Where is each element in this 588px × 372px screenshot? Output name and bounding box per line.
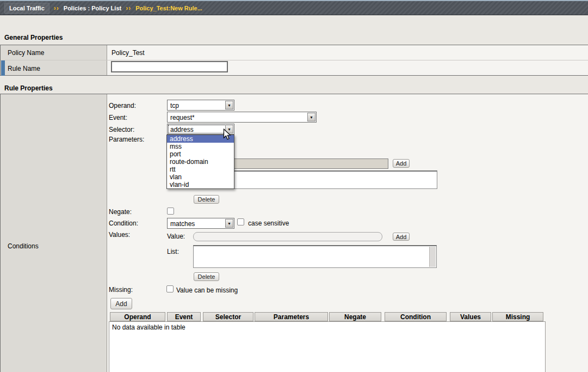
column-header-operand[interactable]: Operand [110, 312, 165, 321]
column-header-parameters[interactable]: Parameters [255, 312, 328, 321]
condition-select-value: matches [170, 220, 224, 228]
dropdown-option-mss[interactable]: mss [167, 143, 234, 150]
dropdown-option-rtt[interactable]: rtt [167, 166, 234, 173]
selector-dropdown-list: address mss port route-domain rtt vlan v… [166, 135, 234, 189]
column-header-missing[interactable]: Missing [492, 312, 543, 321]
column-header-condition[interactable]: Condition [385, 312, 447, 321]
rule-name-input[interactable] [111, 61, 228, 72]
list-scrollbar[interactable] [429, 247, 436, 267]
chevron-down-icon: ▼ [225, 219, 233, 228]
parameters-label: Parameters: [109, 136, 144, 143]
column-header-event[interactable]: Event [167, 312, 201, 321]
column-header-selector[interactable]: Selector [203, 312, 253, 321]
case-sensitive-checkbox[interactable] [237, 218, 244, 225]
value-input[interactable] [193, 232, 382, 241]
operand-label: Operand: [109, 102, 136, 109]
chevron-down-icon: ▼ [225, 101, 233, 109]
row-divider [1, 60, 588, 60]
column-header-values[interactable]: Values [450, 312, 491, 321]
missing-checkbox[interactable] [166, 285, 174, 292]
column-header-negate[interactable]: Negate [329, 312, 381, 321]
breadcrumb-item-local-traffic[interactable]: Local Traffic [4, 3, 49, 14]
condition-select[interactable]: matches ▼ [167, 218, 234, 229]
conditions-label-column [1, 94, 107, 372]
breadcrumb-separator-icon: ›› [54, 4, 59, 12]
dropdown-option-vlan-id[interactable]: vlan-id [167, 181, 234, 188]
list-label: List: [167, 248, 179, 255]
case-sensitive-label: case sensitive [248, 219, 289, 227]
selector-select-value: address [170, 126, 224, 133]
breadcrumb-separator-icon: ›› [126, 4, 131, 12]
selector-label: Selector: [109, 126, 134, 133]
general-properties-heading: General Properties [4, 34, 63, 41]
parameters-delete-button[interactable]: Delete [194, 195, 219, 204]
chevron-down-icon: ▼ [307, 113, 315, 121]
rule-properties-table: Conditions Operand: tcp ▼ Event: request… [0, 94, 588, 372]
rule-name-label: Rule Name [8, 65, 40, 72]
values-delete-button[interactable]: Delete [194, 272, 219, 281]
parameters-add-button[interactable]: Add [393, 159, 410, 168]
breadcrumb: Local Traffic ›› Policies : Policy List … [0, 1, 588, 15]
event-select-value: request* [170, 114, 306, 121]
missing-label: Missing: [109, 286, 133, 294]
negate-checkbox[interactable] [167, 208, 174, 215]
dropdown-option-port[interactable]: port [167, 150, 234, 158]
value-label: Value: [167, 233, 185, 240]
conditions-table-body: No data available in table [109, 321, 546, 372]
general-properties-table: Policy Name Policy_Test Rule Name [0, 45, 588, 76]
mouse-cursor-icon [223, 129, 231, 141]
values-list-box[interactable] [193, 245, 437, 268]
condition-label: Condition: [109, 219, 138, 227]
operand-select-value: tcp [170, 102, 224, 109]
policy-name-value: Policy_Test [112, 49, 145, 57]
missing-checkbox-label: Value can be missing [176, 286, 238, 294]
required-field-indicator [1, 60, 5, 76]
breadcrumb-item-current: Policy_Test:New Rule... [135, 5, 202, 11]
dropdown-option-vlan[interactable]: vlan [167, 173, 234, 181]
table-empty-message: No data available in table [109, 322, 545, 331]
event-label: Event: [109, 114, 127, 121]
value-add-button[interactable]: Add [393, 233, 410, 241]
values-label: Values: [109, 231, 130, 239]
conditions-label: Conditions [8, 242, 39, 250]
breadcrumb-item-policy-list[interactable]: Policies : Policy List [64, 5, 121, 11]
policy-name-label: Policy Name [8, 49, 44, 57]
dropdown-option-route-domain[interactable]: route-domain [167, 158, 234, 166]
operand-select[interactable]: tcp ▼ [167, 100, 234, 111]
negate-label: Negate: [109, 208, 132, 216]
event-select[interactable]: request* ▼ [167, 112, 317, 123]
rule-properties-heading: Rule Properties [4, 84, 53, 92]
add-condition-button[interactable]: Add [110, 298, 132, 309]
